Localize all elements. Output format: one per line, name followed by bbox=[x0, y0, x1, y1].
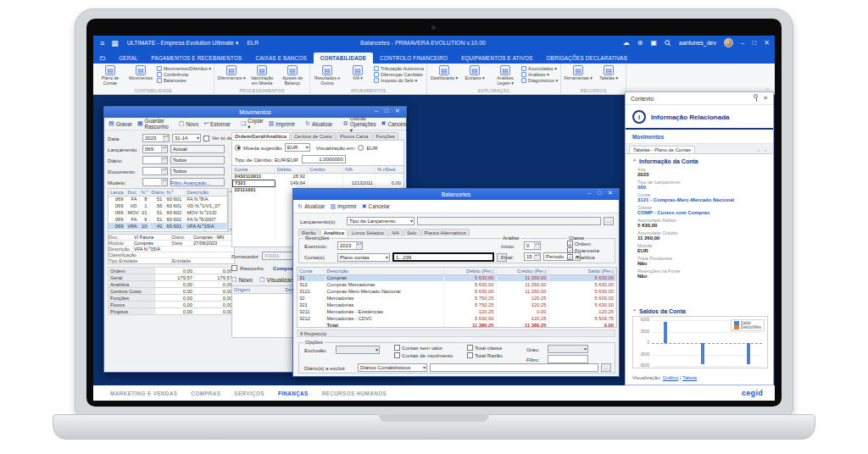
balancetes-grid[interactable]: ContaDescriçãoDébito (Per.)Crédito (Per.… bbox=[297, 267, 617, 328]
moeda-sugestao-radio[interactable] bbox=[235, 145, 241, 151]
module-recursos-humanos[interactable]: RECURSOS HUMANOS bbox=[322, 390, 387, 396]
ribbon-button-valoriza-o-em-moeda[interactable]: ▤Valorização em Moeda bbox=[248, 64, 276, 86]
movimentos-titlebar[interactable]: Movimentos – □ ✕ bbox=[104, 107, 406, 118]
mov-grid-row[interactable]: 069NDC23170 601NDC N.º2/1 bbox=[108, 230, 227, 232]
mov-toolbar-guardar-rascunho[interactable]: ▦Guardar Rascunho bbox=[137, 118, 169, 130]
ribbon-tab-obriga-es-declarativas[interactable]: OBRIGAÇÕES DECLARATIVAS bbox=[539, 53, 634, 64]
contas-range-input[interactable]: 1...299 bbox=[392, 252, 494, 262]
button-visualizar[interactable]: ▢Visualizar bbox=[259, 276, 292, 283]
ribbon-button-an-lises[interactable]: Análises ▾ bbox=[521, 72, 558, 77]
bal-grid-row[interactable]: Total11 380,2511 380,250,00 bbox=[298, 322, 616, 328]
bal-tab-planos-alternativos[interactable]: Planos Alternativos bbox=[421, 229, 470, 236]
diarios-browse-button[interactable]: … bbox=[601, 363, 611, 372]
filtro-avancado-link[interactable]: Filtro Avançado... bbox=[170, 180, 211, 185]
mov-toolbar-gravar[interactable]: ▤Gravar bbox=[108, 120, 132, 127]
mov-toolbar-atualizar[interactable]: ↻Atualizar bbox=[305, 120, 332, 127]
minimize-button[interactable]: – bbox=[741, 39, 744, 47]
lancamentos-browse-button[interactable]: … bbox=[604, 217, 614, 225]
eur-radio[interactable] bbox=[358, 145, 364, 151]
close-button[interactable]: ✕ bbox=[764, 39, 770, 47]
mov-tab-fluxos-caixa[interactable]: Fluxos Caixa bbox=[337, 132, 372, 140]
ribbon-button-iva[interactable]: ▤IVA ▾ bbox=[343, 64, 372, 81]
classe-value[interactable]: COMP - Custos com Compras bbox=[637, 210, 766, 215]
conta-value[interactable]: 3121 - Compras-Merc-Mercado Nacional bbox=[637, 197, 766, 202]
bal-tab-livros-selados[interactable]: Livros Selados bbox=[348, 229, 387, 236]
exclusao-combo[interactable] bbox=[336, 346, 380, 354]
bal-toolbar-atualizar[interactable]: ↻Atualizar bbox=[298, 203, 325, 210]
bal-toolbar-cancelar[interactable]: ✖Cancelar bbox=[362, 203, 390, 210]
bal-grid-row[interactable]: 321Mercadorias5 750,25120,255 630,00 bbox=[298, 302, 616, 308]
bal-tab-selo[interactable]: Selo bbox=[403, 229, 420, 236]
mov-toolbar-novo[interactable]: ▢Novo bbox=[179, 120, 198, 127]
ribbon-button-movimentos[interactable]: ▤Movimentos bbox=[126, 64, 155, 81]
bal-grid-row[interactable]: 31Compras5 630,0011 260,005 630,00 bbox=[298, 274, 616, 281]
contas-de-movimento-checkbox[interactable] bbox=[394, 352, 400, 358]
ribbon-tab-equipamentos-e-ativos[interactable]: EQUIPAMENTOS E ATIVOS bbox=[454, 53, 539, 64]
module-finan-as[interactable]: FINANÇAS bbox=[278, 390, 309, 396]
ribbon-button-acumulados[interactable]: Acumulados ▾ bbox=[521, 66, 558, 71]
bal-grid-row[interactable]: 3211Mercadorias - Existências120,250,001… bbox=[298, 308, 616, 315]
tab-scroll-arrows[interactable]: ‹ › bbox=[758, 147, 770, 152]
cloud-icon[interactable]: ☁ bbox=[623, 39, 630, 47]
tab-plano-contas[interactable]: Tabelas - Plano de Contas bbox=[629, 146, 695, 153]
balancetes-window-controls[interactable]: – □ ✕ bbox=[587, 190, 615, 197]
ver-so-checkbox[interactable] bbox=[203, 136, 209, 141]
inicio-spinner[interactable]: 0 bbox=[524, 241, 541, 250]
apps-icon[interactable]: ⊛ bbox=[637, 39, 643, 47]
opcao-check-contas-de-movimento[interactable]: Contas de movimento bbox=[394, 352, 453, 358]
data-year-spinner[interactable]: 2023 bbox=[142, 134, 170, 142]
grafico-link[interactable]: Gráfico bbox=[663, 375, 679, 380]
documento-code[interactable] bbox=[142, 167, 168, 175]
bal-grid-row[interactable]: 3212Mercadorias - CDVC5 630,00120,255 50… bbox=[298, 315, 616, 322]
diarios-input[interactable] bbox=[430, 363, 598, 372]
rascunho-checkbox[interactable] bbox=[231, 265, 237, 271]
username[interactable]: aantunes_dev bbox=[679, 40, 716, 46]
ribbon-tab-contabilidade[interactable]: CONTABILIDADE bbox=[314, 53, 373, 64]
file-tab-icon[interactable]: 🗀 bbox=[93, 53, 112, 64]
plano-contas-combo[interactable]: Plano contas bbox=[337, 253, 390, 262]
module-marketing-e-vendas[interactable]: MARKETING E VENDAS bbox=[110, 390, 177, 396]
ribbon-button-diferimentos[interactable]: ▤Diferimentos ▾ bbox=[217, 64, 246, 81]
pin-icon[interactable] bbox=[754, 94, 758, 98]
ribbon-button-imposto-do-selo[interactable]: Imposto do Selo ▾ bbox=[374, 78, 424, 83]
search-icon[interactable] bbox=[665, 40, 671, 47]
menu-hamburger-icon[interactable]: ≡ bbox=[100, 39, 104, 47]
ribbon-button-ajustes-de-balan-o[interactable]: ▤Ajustes de Balanço bbox=[278, 64, 307, 86]
ribbon-tab-caixas-e-bancos[interactable]: CAIXAS E BANCOS bbox=[248, 53, 313, 64]
avatar[interactable] bbox=[724, 38, 733, 47]
bal-grid-row[interactable]: 32Mercadorias5 750,25120,255 630,00 bbox=[298, 295, 616, 302]
mov-toolbar-imprimir[interactable]: ▥Imprimir bbox=[269, 120, 295, 127]
ribbon-tab-controlo-financeiro[interactable]: CONTROLO FINANCEIRO bbox=[373, 53, 454, 64]
anal-tica-checkbox[interactable]: ✓ bbox=[567, 254, 573, 260]
movimentos-window-controls[interactable]: – □ ✕ bbox=[375, 108, 403, 114]
di-rio-code[interactable] bbox=[142, 156, 168, 164]
data-period-combo[interactable]: 31-14 bbox=[172, 134, 201, 142]
conta-grid-row[interactable]: 243211301128,92 bbox=[233, 173, 403, 180]
opcao-check-total-raz-o[interactable]: Total Razão bbox=[467, 352, 503, 358]
ribbon-button-confer-ncia[interactable]: Conferência bbox=[157, 72, 211, 77]
mov-grid-row[interactable]: 069FA85160 601FA N.º8/A bbox=[108, 196, 227, 202]
mov-toolbar-copiar[interactable]: ❏Copiar ▾ bbox=[241, 118, 264, 130]
classe-check-anal-tica[interactable]: ✓Analítica bbox=[567, 254, 599, 260]
diarios-combo[interactable]: Diários Contabilísticos bbox=[358, 363, 427, 372]
total-classe-checkbox[interactable] bbox=[467, 345, 473, 351]
module-compras[interactable]: COMPRAS bbox=[191, 390, 220, 396]
ribbon-tab-pagamentos-e-recebimentos[interactable]: PAGAMENTOS E RECEBIMENTOS bbox=[145, 53, 249, 64]
tabela-link[interactable]: Tabela bbox=[682, 375, 697, 380]
section-saldos-conta[interactable]: ⌃Saldos da Conta bbox=[626, 304, 693, 316]
bal-grid-row[interactable]: 3121Compras-Merc-Mercado Nacional5 630,0… bbox=[298, 288, 616, 295]
ordem-checkbox[interactable]: ✓ bbox=[567, 241, 573, 246]
classe-check-ordem[interactable]: ✓Ordem bbox=[567, 241, 599, 246]
ribbon-button-balancetes[interactable]: Balancetes bbox=[157, 78, 211, 83]
tipo-lancamento-combo[interactable]: Tipo de Lançamento bbox=[347, 217, 415, 225]
maximize-button[interactable]: □ bbox=[752, 39, 756, 47]
mov-grid-row[interactable]: 069VFA104160 601VFA N.º15/A bbox=[108, 223, 227, 230]
app-title[interactable]: ULTIMATE - Empresa Evolution Ultimate ▾ bbox=[127, 40, 239, 47]
final-spinner[interactable]: 15 bbox=[524, 252, 541, 261]
tipo-de-lan-amento-value[interactable]: 000 bbox=[637, 185, 766, 190]
mov-grid-row[interactable]: 069MOV215160 602MOV N.º21/D bbox=[108, 209, 227, 216]
app-grid-icon[interactable]: ▦ bbox=[111, 39, 119, 47]
total-raz-o-checkbox[interactable] bbox=[467, 352, 473, 358]
grau-combo[interactable] bbox=[548, 345, 588, 353]
ribbon-button-diferen-as-cambiais[interactable]: Diferenças Cambiais bbox=[374, 72, 424, 77]
